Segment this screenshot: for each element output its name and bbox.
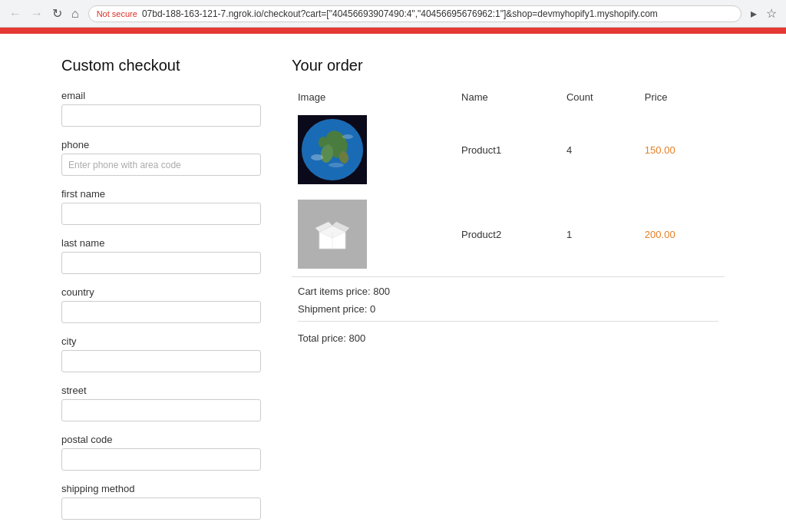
cart-items-price-line: Cart items price: 800	[292, 286, 725, 297]
reload-button[interactable]: ↻	[49, 5, 65, 22]
summary-divider	[298, 321, 718, 322]
checkout-form: Custom checkout email phone first name l…	[61, 57, 261, 532]
cart-items-price-value: 800	[373, 286, 390, 297]
postal-code-group: postal code	[61, 434, 261, 471]
not-secure-indicator: Not secure	[97, 9, 137, 18]
street-label: street	[61, 385, 261, 396]
total-price-value: 800	[348, 332, 365, 344]
total-price-label: Total price:	[298, 332, 348, 344]
product1-price: 150.00	[639, 107, 725, 192]
product2-image	[298, 200, 367, 269]
nav-buttons: ← → ↻ ⌂	[6, 5, 82, 22]
city-group: city	[61, 335, 261, 372]
box-icon	[313, 215, 352, 253]
table-row: Product1 4 150.00	[292, 107, 725, 192]
product2-name: Product2	[455, 192, 560, 277]
svg-point-6	[311, 154, 323, 160]
order-panel: Your order Image Name Count Price	[292, 57, 725, 532]
page-content: Custom checkout email phone first name l…	[0, 34, 786, 532]
col-name: Name	[455, 87, 560, 107]
postal-code-input[interactable]	[61, 448, 261, 471]
shipment-price-line: Shipment price: 0	[292, 303, 725, 315]
shipment-price-value: 0	[370, 303, 375, 315]
phone-label: phone	[61, 139, 261, 150]
country-input[interactable]	[61, 301, 261, 323]
total-price-line: Total price: 800	[292, 328, 725, 349]
forward-button[interactable]: →	[28, 5, 46, 22]
city-input[interactable]	[61, 350, 261, 372]
url-text: 07bd-188-163-121-7.ngrok.io/checkout?car…	[142, 8, 658, 19]
product2-count: 1	[560, 192, 639, 277]
address-bar[interactable]: Not secure 07bd-188-163-121-7.ngrok.io/c…	[88, 5, 741, 22]
extensions-button[interactable]: ▸	[748, 5, 760, 22]
email-input[interactable]	[61, 104, 261, 127]
home-button[interactable]: ⌂	[68, 5, 82, 22]
order-title: Your order	[292, 57, 725, 74]
shipping-method-input[interactable]	[61, 497, 261, 520]
table-row: Product2 1 200.00	[292, 192, 725, 277]
product1-image	[298, 115, 367, 184]
first-name-input[interactable]	[61, 203, 261, 225]
first-name-group: first name	[61, 188, 261, 225]
col-count: Count	[560, 87, 639, 107]
product1-name: Product1	[455, 107, 560, 192]
svg-point-8	[329, 163, 344, 167]
first-name-label: first name	[61, 188, 261, 200]
red-top-bar	[0, 28, 786, 34]
phone-input[interactable]	[61, 154, 261, 176]
order-summary: Cart items price: 800 Shipment price: 0 …	[292, 278, 725, 349]
checkout-form-title: Custom checkout	[61, 57, 261, 74]
postal-code-label: postal code	[61, 434, 261, 445]
country-label: country	[61, 286, 261, 298]
country-group: country	[61, 286, 261, 323]
email-label: email	[61, 90, 261, 101]
last-name-input[interactable]	[61, 252, 261, 274]
phone-group: phone	[61, 139, 261, 176]
shipping-method-group: shipping method	[61, 483, 261, 520]
col-image: Image	[292, 87, 455, 107]
back-button[interactable]: ←	[6, 5, 25, 22]
bookmark-button[interactable]: ☆	[763, 5, 780, 22]
cart-items-price-label: Cart items price:	[298, 286, 373, 297]
shipping-method-label: shipping method	[61, 483, 261, 494]
browser-actions: ▸ ☆	[748, 5, 780, 22]
product1-count: 4	[560, 107, 639, 192]
last-name-group: last name	[61, 237, 261, 274]
email-group: email	[61, 90, 261, 127]
city-label: city	[61, 335, 261, 347]
browser-chrome: ← → ↻ ⌂ Not secure 07bd-188-163-121-7.ng…	[0, 0, 786, 28]
shipment-price-label: Shipment price:	[298, 303, 370, 315]
order-table: Image Name Count Price	[292, 87, 725, 278]
svg-point-7	[342, 134, 353, 139]
last-name-label: last name	[61, 237, 261, 249]
street-group: street	[61, 385, 261, 421]
col-price: Price	[639, 87, 725, 107]
product1-image-cell	[292, 107, 455, 192]
product2-price: 200.00	[639, 192, 725, 277]
product2-image-cell	[292, 192, 455, 277]
street-input[interactable]	[61, 399, 261, 421]
